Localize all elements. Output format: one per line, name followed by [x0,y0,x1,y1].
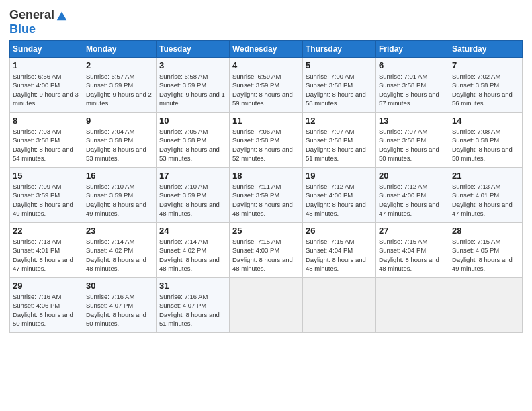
day-info: Sunrise: 7:09 AMSunset: 3:59 PMDaylight:… [13,182,80,218]
weekday-header-tuesday: Tuesday [157,41,230,58]
calendar-cell: 31Sunrise: 7:16 AMSunset: 4:07 PMDayligh… [157,278,230,333]
day-info: Sunrise: 7:14 AMSunset: 4:02 PMDaylight:… [159,237,226,273]
day-number: 31 [159,281,226,291]
day-info: Sunrise: 7:11 AMSunset: 3:59 PMDaylight:… [232,182,300,218]
day-info: Sunrise: 7:05 AMSunset: 3:58 PMDaylight:… [159,127,226,163]
calendar-cell [449,278,523,333]
day-number: 29 [13,281,80,291]
calendar-cell: 19Sunrise: 7:12 AMSunset: 4:00 PMDayligh… [303,168,376,223]
day-number: 1 [13,60,80,71]
day-info: Sunrise: 7:15 AMSunset: 4:04 PMDaylight:… [306,237,373,273]
day-number: 2 [86,60,153,71]
calendar-cell: 17Sunrise: 7:10 AMSunset: 3:59 PMDayligh… [157,168,230,223]
day-info: Sunrise: 7:12 AMSunset: 4:00 PMDaylight:… [379,182,446,218]
calendar-cell: 20Sunrise: 7:12 AMSunset: 4:00 PMDayligh… [376,168,449,223]
day-info: Sunrise: 7:04 AMSunset: 3:58 PMDaylight:… [86,127,153,163]
calendar-cell: 8Sunrise: 7:03 AMSunset: 3:58 PMDaylight… [10,113,83,168]
day-number: 26 [306,226,373,236]
calendar-cell [376,278,449,333]
day-number: 14 [452,116,519,126]
calendar-table: SundayMondayTuesdayWednesdayThursdayFrid… [9,40,523,333]
day-info: Sunrise: 7:01 AMSunset: 3:58 PMDaylight:… [379,72,446,107]
day-info: Sunrise: 7:06 AMSunset: 3:58 PMDaylight:… [232,127,300,163]
calendar-cell [230,278,303,333]
calendar-cell: 15Sunrise: 7:09 AMSunset: 3:59 PMDayligh… [10,168,83,223]
day-info: Sunrise: 7:07 AMSunset: 3:58 PMDaylight:… [306,127,373,163]
day-info: Sunrise: 7:08 AMSunset: 3:58 PMDaylight:… [452,127,519,163]
calendar-cell: 18Sunrise: 7:11 AMSunset: 3:59 PMDayligh… [230,168,303,223]
calendar-cell: 23Sunrise: 7:14 AMSunset: 4:02 PMDayligh… [83,223,157,278]
day-number: 9 [86,116,153,126]
day-number: 21 [452,171,519,181]
header-area: GeneralBlue [9,8,523,36]
weekday-header-monday: Monday [83,41,157,58]
day-number: 11 [232,116,300,126]
svg-marker-0 [57,11,66,20]
calendar-cell: 9Sunrise: 7:04 AMSunset: 3:58 PMDaylight… [83,113,157,168]
day-number: 27 [379,226,446,236]
calendar-cell: 12Sunrise: 7:07 AMSunset: 3:58 PMDayligh… [303,113,376,168]
weekday-header-wednesday: Wednesday [230,41,303,58]
day-number: 12 [306,116,373,126]
calendar-cell: 29Sunrise: 7:16 AMSunset: 4:06 PMDayligh… [10,278,83,333]
calendar-week-row: 29Sunrise: 7:16 AMSunset: 4:06 PMDayligh… [10,278,523,333]
calendar-week-row: 8Sunrise: 7:03 AMSunset: 3:58 PMDaylight… [10,113,523,168]
day-number: 28 [452,226,519,236]
day-number: 18 [232,171,300,181]
day-info: Sunrise: 7:15 AMSunset: 4:04 PMDaylight:… [379,237,446,273]
logo-blue-text: Blue [9,22,36,36]
day-number: 19 [306,171,373,181]
day-info: Sunrise: 7:13 AMSunset: 4:01 PMDaylight:… [452,182,519,218]
calendar-cell: 22Sunrise: 7:13 AMSunset: 4:01 PMDayligh… [10,223,83,278]
day-number: 24 [159,226,226,236]
calendar-cell: 4Sunrise: 6:59 AMSunset: 3:59 PMDaylight… [230,58,303,113]
day-info: Sunrise: 7:10 AMSunset: 3:59 PMDaylight:… [86,182,153,218]
day-info: Sunrise: 7:15 AMSunset: 4:03 PMDaylight:… [232,237,300,273]
day-info: Sunrise: 7:16 AMSunset: 4:06 PMDaylight:… [13,292,80,328]
day-info: Sunrise: 7:00 AMSunset: 3:58 PMDaylight:… [306,72,373,107]
day-info: Sunrise: 7:14 AMSunset: 4:02 PMDaylight:… [86,237,153,273]
day-number: 13 [379,116,446,126]
day-number: 7 [452,60,519,71]
day-number: 23 [86,226,153,236]
calendar-cell: 13Sunrise: 7:07 AMSunset: 3:58 PMDayligh… [376,113,449,168]
day-number: 15 [13,171,80,181]
calendar-cell: 27Sunrise: 7:15 AMSunset: 4:04 PMDayligh… [376,223,449,278]
calendar-cell: 14Sunrise: 7:08 AMSunset: 3:58 PMDayligh… [449,113,523,168]
calendar-cell: 5Sunrise: 7:00 AMSunset: 3:58 PMDaylight… [303,58,376,113]
day-info: Sunrise: 7:13 AMSunset: 4:01 PMDaylight:… [13,237,80,273]
calendar-cell: 2Sunrise: 6:57 AMSunset: 3:59 PMDaylight… [83,58,157,113]
weekday-header-friday: Friday [376,41,449,58]
day-info: Sunrise: 7:02 AMSunset: 3:58 PMDaylight:… [452,72,519,107]
calendar-week-row: 1Sunrise: 6:56 AMSunset: 4:00 PMDaylight… [10,58,523,113]
weekday-header-saturday: Saturday [449,41,523,58]
weekday-header-sunday: Sunday [10,41,83,58]
day-number: 22 [13,226,80,236]
day-number: 17 [159,171,226,181]
calendar-cell: 6Sunrise: 7:01 AMSunset: 3:58 PMDaylight… [376,58,449,113]
day-info: Sunrise: 7:16 AMSunset: 4:07 PMDaylight:… [159,292,226,328]
calendar-cell: 11Sunrise: 7:06 AMSunset: 3:58 PMDayligh… [230,113,303,168]
calendar-cell [303,278,376,333]
day-number: 6 [379,60,446,71]
calendar-cell: 30Sunrise: 7:16 AMSunset: 4:07 PMDayligh… [83,278,157,333]
calendar-cell: 25Sunrise: 7:15 AMSunset: 4:03 PMDayligh… [230,223,303,278]
day-number: 16 [86,171,153,181]
day-number: 25 [232,226,300,236]
calendar-cell: 7Sunrise: 7:02 AMSunset: 3:58 PMDaylight… [449,58,523,113]
day-number: 5 [306,60,373,71]
weekday-header-thursday: Thursday [303,41,376,58]
calendar-cell: 24Sunrise: 7:14 AMSunset: 4:02 PMDayligh… [157,223,230,278]
day-info: Sunrise: 7:12 AMSunset: 4:00 PMDaylight:… [306,182,373,218]
calendar-cell: 1Sunrise: 6:56 AMSunset: 4:00 PMDaylight… [10,58,83,113]
day-number: 10 [159,116,226,126]
calendar-cell: 3Sunrise: 6:58 AMSunset: 3:59 PMDaylight… [157,58,230,113]
day-number: 20 [379,171,446,181]
calendar-cell: 16Sunrise: 7:10 AMSunset: 3:59 PMDayligh… [83,168,157,223]
calendar-cell: 26Sunrise: 7:15 AMSunset: 4:04 PMDayligh… [303,223,376,278]
calendar-week-row: 15Sunrise: 7:09 AMSunset: 3:59 PMDayligh… [10,168,523,223]
logo-triangle-icon [56,9,68,21]
day-info: Sunrise: 7:10 AMSunset: 3:59 PMDaylight:… [159,182,226,218]
calendar-page: GeneralBlue SundayMondayTuesdayWednesday… [0,0,532,411]
logo-area: GeneralBlue [9,8,68,36]
